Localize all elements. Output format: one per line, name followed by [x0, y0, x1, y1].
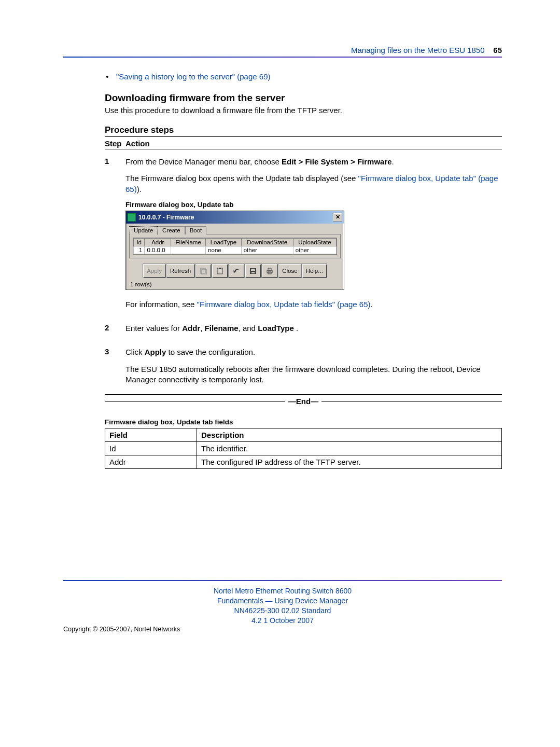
- table-row: Id The identifier.: [105, 442, 502, 455]
- print-icon[interactable]: [261, 264, 278, 278]
- step3-p2: The ESU 1850 automatically reboots after…: [125, 364, 502, 385]
- step3-p1: Click Apply to save the configuration.: [125, 347, 502, 357]
- footer-rule: [63, 580, 502, 581]
- header-title: Managing files on the Metro ESU 1850: [351, 46, 485, 54]
- paste-icon[interactable]: [212, 264, 228, 278]
- table-row[interactable]: 1 0.0.0.0 none other other: [134, 246, 337, 254]
- bullet-dot: •: [105, 72, 110, 81]
- firmware-dialog: 10.0.0.7 - Firmware ✕ Update Create Boot…: [125, 211, 344, 290]
- col-filename[interactable]: FileName: [171, 238, 206, 246]
- rule: [105, 394, 502, 395]
- page-number: 65: [493, 46, 502, 54]
- fields-table: Field Description Id The identifier. Add…: [105, 428, 502, 469]
- dialog-titlebar: 10.0.0.7 - Firmware ✕: [126, 211, 344, 224]
- end-marker: —End—: [105, 397, 502, 406]
- tab-create[interactable]: Create: [158, 226, 185, 234]
- close-icon[interactable]: ✕: [333, 213, 342, 222]
- tab-boot[interactable]: Boot: [185, 226, 207, 234]
- footer-l2: Fundamentals — Using Device Manager: [63, 596, 502, 606]
- col-uploadstate[interactable]: UploadState: [293, 238, 336, 246]
- copy-icon[interactable]: [195, 264, 212, 278]
- step-1: 1 From the Device Manager menu bar, choo…: [105, 157, 502, 316]
- refresh-button[interactable]: Refresh: [166, 264, 195, 278]
- apply-button[interactable]: Apply: [143, 264, 166, 278]
- step1-post: For information, see "Firmware dialog bo…: [125, 299, 502, 310]
- close-button[interactable]: Close: [278, 264, 301, 278]
- running-header: Managing files on the Metro ESU 1850 65: [63, 46, 502, 54]
- svg-rect-8: [268, 268, 271, 270]
- bullet-item: • "Saving a history log to the server" (…: [105, 72, 502, 81]
- svg-rect-5: [251, 269, 255, 271]
- svg-rect-6: [251, 272, 255, 273]
- footer-l4: 4.2 1 October 2007: [63, 616, 502, 626]
- col-addr[interactable]: Addr: [145, 238, 171, 246]
- undo-icon[interactable]: [228, 264, 245, 278]
- step-2: 2 Enter values for Addr, Filename, and L…: [105, 323, 502, 340]
- figure-caption: Firmware dialog box, Update tab: [125, 201, 502, 209]
- step1-p1: From the Device Manager menu bar, choose…: [125, 157, 502, 167]
- col-id[interactable]: Id: [134, 238, 145, 246]
- col-step: Step: [105, 139, 113, 148]
- dialog-title: 10.0.0.7 - Firmware: [138, 214, 333, 221]
- fields-th-desc: Description: [197, 428, 502, 442]
- header-rule: [63, 57, 502, 58]
- bullet-link[interactable]: "Saving a history log to the server" (pa…: [116, 72, 270, 81]
- tab-update[interactable]: Update: [129, 226, 158, 234]
- col-downloadstate[interactable]: DownloadState: [241, 238, 293, 246]
- step-number: 3: [105, 347, 113, 391]
- help-button[interactable]: Help...: [302, 264, 327, 278]
- section-heading: Downloading firmware from the server: [105, 92, 502, 104]
- rule: [105, 136, 502, 137]
- footer-l1: Nortel Metro Ethernet Routing Switch 860…: [63, 586, 502, 596]
- save-icon[interactable]: [245, 264, 261, 278]
- step1-post-link[interactable]: "Firmware dialog box, Update tab fields"…: [197, 300, 371, 309]
- step-number: 2: [105, 323, 113, 340]
- step2-p: Enter values for Addr, Filename, and Loa…: [125, 323, 502, 334]
- fields-table-caption: Firmware dialog box, Update tab fields: [105, 418, 502, 426]
- section-intro: Use this procedure to download a firmwar…: [105, 106, 502, 115]
- app-icon: [128, 213, 136, 222]
- svg-rect-3: [219, 268, 221, 269]
- copyright: Copyright © 2005-2007, Nortel Networks: [63, 626, 180, 633]
- data-grid[interactable]: Id Addr FileName LoadType DownloadState …: [133, 238, 337, 255]
- step1-p2: The Firmware dialog box opens with the U…: [125, 173, 502, 195]
- tab-bar: Update Create Boot: [126, 224, 344, 234]
- status-bar: 1 row(s): [126, 280, 344, 289]
- footer-l3: NN46225-300 02.02 Standard: [63, 606, 502, 616]
- step-3: 3 Click Apply to save the configuration.…: [105, 347, 502, 391]
- rule: [105, 149, 502, 149]
- step-header-row: Step Action: [105, 139, 502, 148]
- step-number: 1: [105, 157, 113, 316]
- footer-block: Nortel Metro Ethernet Routing Switch 860…: [63, 586, 502, 626]
- tab-pane: Id Addr FileName LoadType DownloadState …: [129, 234, 341, 258]
- col-loadtype[interactable]: LoadType: [206, 238, 241, 246]
- fields-th-field: Field: [105, 428, 197, 442]
- procedure-heading: Procedure steps: [105, 125, 502, 135]
- col-action: Action: [125, 139, 150, 148]
- button-row: Apply Refresh Close Help...: [126, 258, 344, 280]
- table-row: Addr The configured IP address of the TF…: [105, 455, 502, 469]
